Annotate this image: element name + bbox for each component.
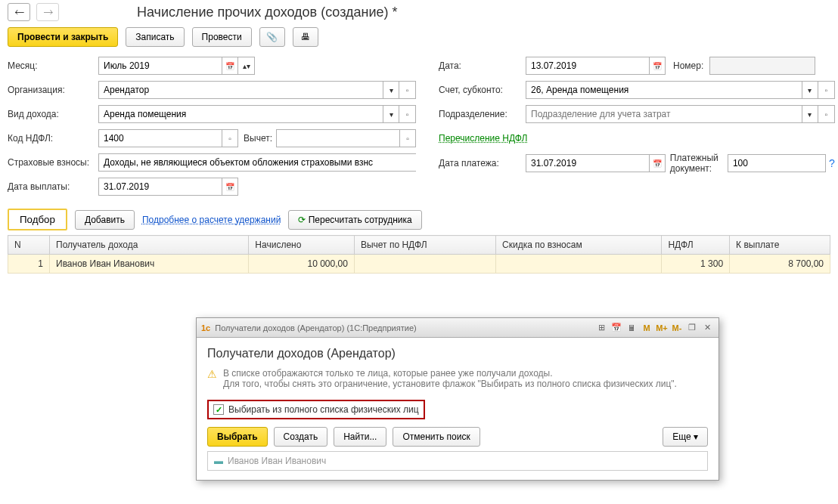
cell-discount <box>496 255 662 274</box>
paydate-input[interactable] <box>98 178 222 196</box>
col-deduction[interactable]: Вычет по НДФЛ <box>354 236 495 255</box>
col-payout[interactable]: К выплате <box>730 236 830 255</box>
open-ref-icon[interactable]: ▫ <box>222 129 238 147</box>
col-discount[interactable]: Скидка по взносам <box>496 236 662 255</box>
dept-input[interactable] <box>526 105 802 123</box>
open-ref-icon[interactable]: ▫ <box>818 105 835 123</box>
date-input[interactable] <box>526 57 649 75</box>
income-type-input[interactable] <box>98 105 383 123</box>
payment-date-label: Дата платежа: <box>439 158 526 169</box>
col-ndfl[interactable]: НДФЛ <box>662 236 730 255</box>
help-icon[interactable]: ? <box>829 157 835 169</box>
nav-forward-button[interactable]: 🡒 <box>36 3 59 21</box>
refresh-icon: ⟳ <box>298 215 306 225</box>
attach-button[interactable]: 📎 <box>259 27 285 47</box>
printer-icon: 🖶 <box>301 32 310 42</box>
org-label: Организация: <box>8 85 98 95</box>
col-n[interactable]: N <box>8 236 50 255</box>
paperclip-icon: 📎 <box>266 32 278 42</box>
open-ref-icon[interactable]: ▫ <box>399 129 416 147</box>
open-ref-icon[interactable]: ▫ <box>818 81 835 99</box>
arrow-left-icon: 🡐 <box>14 7 24 18</box>
post-and-close-button[interactable]: Провести и закрыть <box>8 27 118 47</box>
deduction-label: Вычет: <box>244 133 272 144</box>
cell-ndfl: 1 300 <box>662 255 730 274</box>
cell-deduction <box>354 255 495 274</box>
payment-date-input[interactable] <box>526 154 649 172</box>
save-button[interactable]: Записать <box>126 27 184 47</box>
add-button[interactable]: Добавить <box>75 210 135 230</box>
page-title: Начисление прочих доходов (создание) * <box>137 5 398 20</box>
print-button[interactable]: 🖶 <box>293 27 318 47</box>
col-recipient[interactable]: Получатель дохода <box>50 236 249 255</box>
calendar-icon[interactable]: 📅 <box>649 57 666 75</box>
calendar-icon[interactable]: 📅 <box>649 154 666 172</box>
dropdown-icon[interactable]: ▾ <box>383 81 399 99</box>
deduction-input[interactable] <box>276 129 399 147</box>
open-ref-icon[interactable]: ▫ <box>399 105 416 123</box>
dropdown-icon[interactable]: ▾ <box>802 81 818 99</box>
number-label: Номер: <box>673 60 703 71</box>
col-accrued[interactable]: Начислено <box>249 236 355 255</box>
recalc-label: Пересчитать сотрудника <box>309 215 412 225</box>
nav-back-button[interactable]: 🡐 <box>8 3 30 21</box>
select-button[interactable]: Подбор <box>8 209 67 230</box>
table-row[interactable]: 1 Иванов Иван Иванович 10 000,00 1 300 8… <box>8 255 830 274</box>
dropdown-icon[interactable]: ▾ <box>383 105 399 123</box>
income-table: N Получатель дохода Начислено Вычет по Н… <box>8 235 830 274</box>
date-label: Дата: <box>439 60 526 71</box>
contrib-input[interactable] <box>98 153 416 172</box>
more-calc-link[interactable]: Подробнее о расчете удержаний <box>142 215 281 225</box>
recalc-button[interactable]: ⟳ Пересчитать сотрудника <box>288 210 421 230</box>
account-label: Счет, субконто: <box>439 85 526 95</box>
ndfl-code-label: Код НДФЛ: <box>8 133 98 144</box>
cell-accrued: 10 000,00 <box>249 255 355 274</box>
cell-payout: 8 700,00 <box>730 255 830 274</box>
payment-doc-label: Платежный документ: <box>670 153 724 174</box>
arrow-right-icon: 🡒 <box>43 7 53 18</box>
paydate-label: Дата выплаты: <box>8 181 98 192</box>
dept-label: Подразделение: <box>439 109 526 119</box>
post-button[interactable]: Провести <box>192 27 252 47</box>
dropdown-icon[interactable]: ▾ <box>802 105 818 123</box>
calendar-icon[interactable]: 📅 <box>222 57 238 75</box>
stepper-icon[interactable]: ▴▾ <box>238 57 255 75</box>
payment-doc-input[interactable] <box>728 154 826 172</box>
cell-recipient: Иванов Иван Иванович <box>50 255 249 274</box>
open-ref-icon[interactable]: ▫ <box>399 81 416 99</box>
contrib-label: Страховые взносы: <box>8 157 98 168</box>
ndfl-transfer-link[interactable]: Перечисление НДФЛ <box>439 133 527 144</box>
ndfl-code-input[interactable] <box>98 129 222 147</box>
calendar-icon[interactable]: 📅 <box>222 178 238 196</box>
month-label: Месяц: <box>8 60 98 71</box>
number-input[interactable] <box>709 57 815 75</box>
account-input[interactable] <box>526 81 802 99</box>
org-input[interactable] <box>98 81 383 99</box>
month-input[interactable] <box>98 57 222 75</box>
cell-n: 1 <box>8 255 50 274</box>
income-type-label: Вид дохода: <box>8 109 98 119</box>
